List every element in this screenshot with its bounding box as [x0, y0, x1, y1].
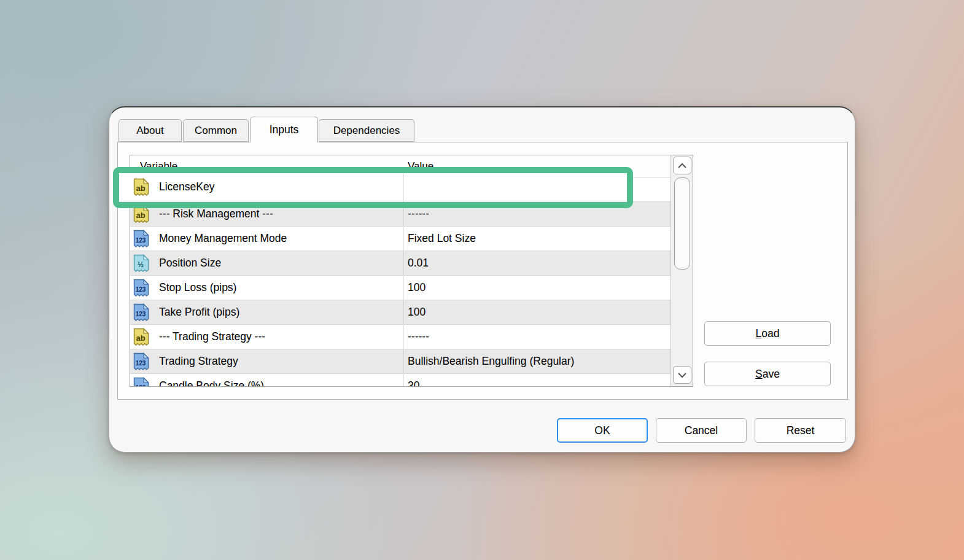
parameter-value[interactable]: 0.01	[408, 257, 429, 270]
tab-dependencies-label: Dependencies	[333, 125, 400, 137]
vertical-scrollbar[interactable]	[671, 155, 693, 386]
parameter-value[interactable]: ------	[408, 330, 429, 343]
svg-text:123: 123	[136, 311, 146, 317]
double-parameter-icon: ½	[133, 254, 149, 273]
integer-parameter-icon: 123	[133, 230, 149, 248]
parameter-row[interactable]: 123 Money Management ModeFixed Lot Size	[130, 226, 671, 251]
svg-text:123: 123	[136, 237, 146, 244]
svg-text:123: 123	[136, 360, 146, 367]
license-key-row[interactable]: ab LicenseKey	[119, 173, 627, 202]
tab-common-label: Common	[195, 125, 237, 137]
svg-text:ab: ab	[136, 333, 145, 343]
reset-button[interactable]: Reset	[755, 418, 846, 443]
parameter-row[interactable]: 123 Stop Loss (pips)100	[130, 275, 671, 300]
parameter-row[interactable]: 123 Trading StrategyBullish/Bearish Engu…	[130, 349, 671, 373]
ok-button[interactable]: OK	[557, 418, 648, 443]
parameter-row[interactable]: 123 Take Profit (pips)100	[130, 300, 671, 324]
chevron-down-icon	[677, 371, 688, 379]
save-button-label: Save	[755, 368, 780, 381]
parameter-value[interactable]: 100	[408, 281, 426, 294]
parameter-row[interactable]: ab --- Trading Strategy ---------	[130, 324, 671, 349]
parameter-name: Position Size	[159, 257, 221, 270]
parameter-value[interactable]: ------	[408, 208, 429, 220]
svg-text:½: ½	[138, 260, 144, 269]
parameter-value[interactable]: Fixed Lot Size	[408, 232, 476, 245]
table-rows: ab LicenseKey ab --- Risk Management ---…	[130, 177, 671, 387]
parameter-name: Stop Loss (pips)	[159, 281, 236, 294]
integer-parameter-icon: 123	[133, 352, 149, 371]
scroll-up-button[interactable]	[673, 157, 691, 174]
string-parameter-icon: ab	[133, 178, 149, 196]
svg-text:ab: ab	[136, 211, 145, 220]
license-key-highlight-frame: ab LicenseKey	[113, 167, 633, 208]
scroll-down-button[interactable]	[673, 366, 691, 384]
tab-dependencies[interactable]: Dependencies	[319, 119, 414, 142]
parameter-row[interactable]: 123 Candle Body Size (%)30	[130, 373, 671, 387]
chevron-up-icon	[677, 162, 688, 169]
parameter-value[interactable]: Bullish/Bearish Engulfing (Regular)	[408, 355, 574, 368]
save-button[interactable]: Save	[704, 362, 831, 386]
svg-text:ab: ab	[136, 184, 145, 193]
integer-parameter-icon: 123	[133, 377, 149, 387]
tab-common[interactable]: Common	[183, 119, 249, 142]
parameter-name: Candle Body Size (%)	[159, 379, 264, 387]
parameter-value[interactable]: 100	[408, 306, 426, 319]
tab-inputs[interactable]: Inputs	[250, 117, 318, 142]
parameter-name: --- Trading Strategy ---	[159, 330, 265, 343]
tab-inputs-label: Inputs	[270, 123, 299, 136]
tab-about-label: About	[136, 125, 163, 137]
load-button-label: Load	[756, 327, 780, 340]
load-button[interactable]: Load	[704, 321, 831, 346]
expert-properties-dialog: About Common Inputs Dependencies Variabl…	[109, 106, 855, 453]
ok-button-label: OK	[594, 424, 610, 437]
reset-button-label: Reset	[787, 424, 815, 437]
tab-about[interactable]: About	[119, 119, 182, 142]
scrollbar-thumb[interactable]	[674, 177, 690, 270]
string-parameter-icon: ab	[133, 328, 149, 346]
parameter-name: Trading Strategy	[159, 355, 238, 368]
parameter-name: Take Profit (pips)	[159, 306, 239, 319]
cancel-button-label: Cancel	[685, 424, 718, 437]
parameter-name: Money Management Mode	[159, 232, 287, 245]
parameter-value[interactable]: 30	[408, 379, 419, 387]
parameter-name: --- Risk Management ---	[159, 208, 273, 220]
parameter-row[interactable]: ½ Position Size0.01	[130, 251, 671, 275]
svg-text:123: 123	[136, 384, 146, 387]
svg-text:123: 123	[136, 286, 146, 293]
integer-parameter-icon: 123	[133, 303, 149, 322]
cancel-button[interactable]: Cancel	[656, 418, 747, 443]
parameter-name: LicenseKey	[159, 181, 214, 193]
integer-parameter-icon: 123	[133, 279, 149, 297]
